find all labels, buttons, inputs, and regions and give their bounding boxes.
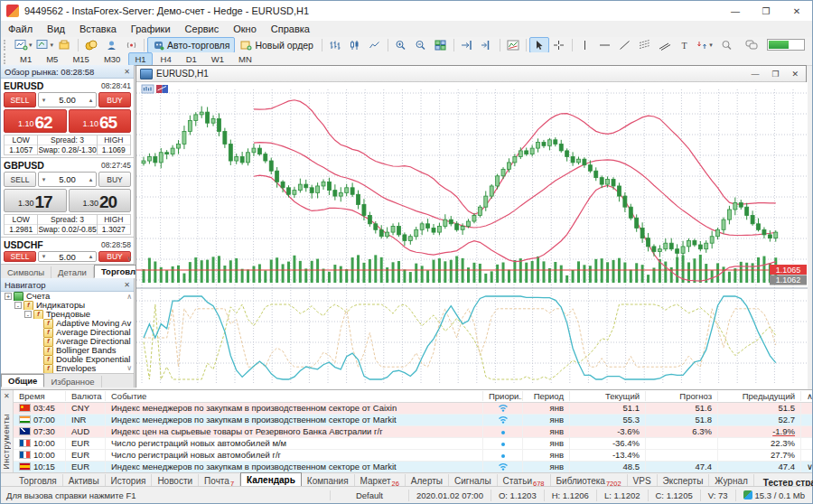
navigator-item-envelopes[interactable]: fEnvelopes [1, 364, 134, 373]
calendar-column-header[interactable]: Приори... [483, 391, 523, 401]
menu-item-Справка[interactable]: Справка [264, 22, 317, 36]
arrows-tool-button[interactable]: ▾ [695, 37, 715, 53]
timeframe-button-H4[interactable]: H4 [154, 52, 178, 66]
close-button[interactable]: ✕ [781, 1, 812, 21]
search-icon[interactable] [716, 37, 736, 53]
timeframe-button-MN[interactable]: MN [232, 52, 258, 66]
menu-item-Сервис[interactable]: Сервис [178, 22, 227, 36]
calendar-event-row[interactable]: 03:45CNYИндекс менеджеров по закупкам в … [14, 403, 812, 415]
signal-button[interactable] [121, 37, 141, 53]
volume-value[interactable]: 5.00 [49, 174, 86, 184]
calendar-column-header[interactable]: Время [14, 391, 66, 401]
timeframe-button-H1[interactable]: H1 [128, 52, 152, 66]
cursor-tool-button[interactable] [529, 37, 549, 53]
calendar-event-row[interactable]: 10:00EURЧисло регистраций новых автомоби… [14, 438, 812, 450]
scroll-up-icon[interactable]: ∧ [126, 293, 132, 301]
status-profile[interactable]: Default [331, 490, 409, 501]
chart-minimize-button[interactable]: — [751, 70, 759, 79]
buy-button[interactable]: BUY [98, 92, 131, 107]
bar-chart-mode-button[interactable] [325, 37, 345, 53]
timeframe-button-M15[interactable]: M15 [66, 52, 95, 66]
volume-increase-icon[interactable]: ▴ [86, 176, 96, 183]
volume-decrease-icon[interactable]: ▾ [39, 176, 49, 183]
zoom-out-button[interactable] [411, 37, 431, 53]
navigator-item-average-directional[interactable]: fAverage Directional [1, 328, 134, 337]
algo-trading-button[interactable] [101, 37, 121, 53]
chat-icon[interactable] [742, 37, 762, 53]
menu-item-Файл[interactable]: Файл [1, 22, 40, 36]
bid-price[interactable]: 1.10 62 [4, 109, 67, 133]
volume-decrease-icon[interactable]: ▾ [39, 97, 49, 104]
close-icon[interactable]: ✕ [4, 392, 10, 400]
navigator-tab-Общие[interactable]: Общие [1, 374, 44, 387]
sell-button[interactable]: SELL [4, 172, 36, 187]
volume-value[interactable]: 5.00 [49, 95, 86, 105]
deposit-button[interactable] [81, 37, 101, 53]
horizontal-line-tool-button[interactable] [595, 37, 615, 53]
navigator-item-bollinger-bands[interactable]: fBollinger Bands [1, 346, 134, 355]
calendar-column-header[interactable]: Период [523, 391, 570, 401]
text-tool-button[interactable]: T [675, 37, 695, 53]
scroll-down-icon[interactable]: ∨ [126, 364, 132, 372]
timeframe-bar-grip[interactable] [4, 53, 10, 64]
autoscroll-button[interactable] [457, 37, 477, 53]
calendar-event-row[interactable]: 07:00INRИндекс менеджеров по закупкам в … [14, 415, 812, 426]
buy-button[interactable]: BUY [98, 172, 131, 187]
menu-item-Вставка[interactable]: Вставка [72, 22, 124, 36]
new-chart-button[interactable]: ▾ [13, 37, 34, 53]
vertical-line-tool-button[interactable] [575, 37, 595, 53]
scroll-down-icon[interactable]: ∨ [126, 255, 132, 263]
timeframe-button-D1[interactable]: D1 [180, 52, 203, 66]
ask-price[interactable]: 1.30 20 [69, 189, 132, 212]
market-watch-tab-Детали[interactable]: Детали [51, 266, 94, 278]
chart-maximize-button[interactable]: ❐ [771, 70, 779, 79]
line-chart-mode-button[interactable] [365, 37, 385, 53]
tree-toggle-icon[interactable]: + [5, 293, 12, 300]
bid-price[interactable]: 1.30 17 [4, 189, 67, 212]
volume-stepper[interactable]: ▾ 5.00 ▴ [38, 172, 97, 187]
close-icon[interactable]: ✕ [124, 68, 130, 76]
toolbar-grip[interactable] [4, 40, 10, 51]
auto-trading-toggle[interactable]: Авто-торговля [147, 37, 235, 53]
fibonacci-tool-button[interactable] [635, 37, 655, 53]
calendar-event-row[interactable]: 07:30AUDИндекс цен на сырьевые товары от… [14, 426, 812, 438]
navigator-item-индикаторы[interactable]: -fИндикаторы [1, 301, 134, 310]
calendar-column-header[interactable]: Предыдущий [718, 391, 801, 401]
close-icon[interactable]: ✕ [124, 281, 130, 289]
menu-item-Вид[interactable]: Вид [40, 22, 72, 36]
scroll-up-icon[interactable]: ∧ [801, 391, 812, 401]
navigator-item-average-directional[interactable]: fAverage Directional [1, 337, 134, 346]
volume-stepper[interactable]: ▾ 5.00 ▴ [38, 251, 97, 262]
sell-button[interactable]: SELL [4, 251, 36, 262]
chart-shift-button[interactable] [477, 37, 497, 53]
trendline-tool-button[interactable] [615, 37, 635, 53]
timeframe-button-W1[interactable]: W1 [205, 52, 230, 66]
ask-price[interactable]: 1.10 65 [69, 109, 132, 133]
calendar-column-header[interactable]: Валюта [66, 391, 106, 401]
minimize-button[interactable]: — [720, 1, 751, 21]
zoom-in-button[interactable] [391, 37, 411, 53]
chart-profiles-button[interactable]: ▾ [34, 37, 56, 53]
volume-stepper[interactable]: ▾ 5.00 ▴ [38, 92, 97, 107]
channel-tool-button[interactable] [655, 37, 675, 53]
crosshair-tool-button[interactable] [549, 37, 569, 53]
navigator-item-счета[interactable]: +Счета [1, 292, 134, 301]
indicators-button[interactable] [503, 37, 523, 53]
timeframe-button-M30[interactable]: M30 [98, 52, 126, 66]
volume-value[interactable]: 5.00 [49, 252, 86, 262]
profiles-folder-button[interactable] [55, 37, 75, 53]
tree-toggle-icon[interactable]: - [14, 302, 22, 309]
menu-item-Окно[interactable]: Окно [226, 22, 264, 36]
market-watch-tab-Символы[interactable]: Символы [1, 266, 51, 278]
volume-increase-icon[interactable]: ▴ [86, 253, 96, 260]
volume-decrease-icon[interactable]: ▾ [39, 253, 49, 260]
calendar-event-row[interactable]: 10:00EURЧисло регистраций новых автомоби… [14, 450, 812, 462]
maximize-button[interactable]: ❐ [751, 1, 781, 21]
timeframe-button-M1[interactable]: M1 [14, 52, 38, 66]
navigator-item-double-exponential[interactable]: fDouble Exponential [1, 355, 134, 364]
calendar-column-header[interactable]: Текущий [570, 391, 646, 401]
calendar-column-header[interactable]: Прогноз [646, 391, 718, 401]
new-order-button[interactable]: Новый ордер [235, 37, 319, 53]
candlestick-mode-button[interactable] [345, 37, 365, 53]
menu-item-Графики[interactable]: Графики [124, 22, 178, 36]
